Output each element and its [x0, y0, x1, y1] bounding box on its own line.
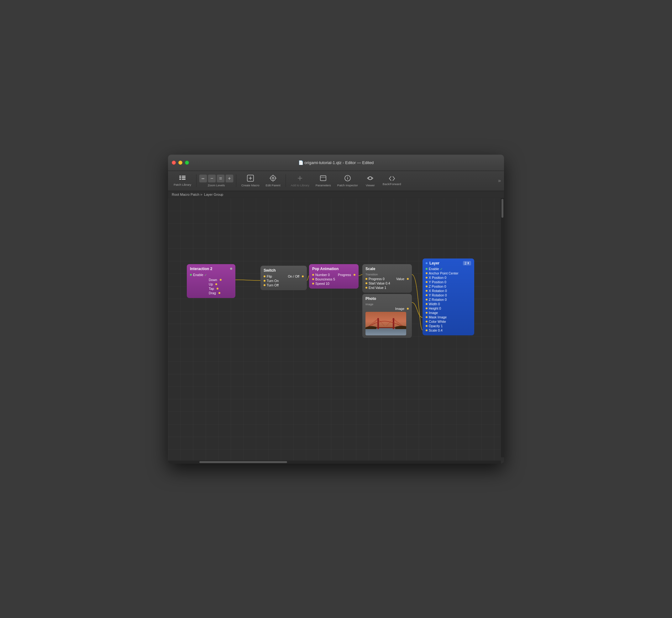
drag-port-dot: [219, 292, 220, 294]
switch-node[interactable]: Switch Flip On / Off Turn On Turn Off: [260, 266, 307, 290]
l-enable-dot: [426, 268, 427, 270]
layer-port-enable: Enable ✓: [426, 267, 471, 271]
svg-point-9: [270, 176, 275, 181]
photo-thumbnail: [366, 312, 406, 335]
patch-inspector-button[interactable]: Patch Inspector: [335, 174, 361, 188]
parameters-button[interactable]: Parameters: [313, 174, 333, 188]
scale-port-progress: Progress 0 Value: [366, 277, 409, 281]
zoom-minus-button[interactable]: −: [208, 175, 216, 183]
switch-port-flip: Flip On / Off: [264, 275, 304, 278]
l-anchor-dot: [426, 272, 427, 274]
back-forward-icon: [389, 176, 395, 181]
pop-animation-node[interactable]: Pop Animation Number 0 Progress Bouncine…: [309, 264, 359, 289]
onoff-dot: [302, 276, 304, 277]
pop-port-number: Number 0 Progress: [312, 273, 356, 277]
viewer-button[interactable]: Viewer: [362, 174, 379, 188]
interaction-port-drag: Drag: [209, 291, 222, 295]
interaction-node[interactable]: Interaction 2 Enable ✓ Down Up: [187, 264, 235, 298]
breadcrumb-root[interactable]: Root Macro Patch: [172, 193, 199, 196]
maximize-button[interactable]: [185, 161, 189, 165]
scale-transition-node[interactable]: Scale Transition Progress 0 Value Start …: [362, 264, 412, 293]
interaction-ports-right: Down Up Tap Drag: [190, 277, 232, 296]
patch-library-label: Patch Library: [174, 183, 191, 186]
tap-port-dot: [217, 288, 219, 290]
svg-rect-17: [320, 176, 326, 181]
scale-title: Scale: [366, 267, 409, 271]
zoom-equals-button[interactable]: =: [217, 175, 225, 183]
minimize-button[interactable]: [178, 161, 182, 165]
layer-port-width: Width 0: [426, 302, 471, 306]
l-image-dot: [426, 312, 427, 314]
layer-port-opacity: Opacity 1: [426, 324, 471, 328]
create-macro-label: Create Macro: [241, 184, 260, 187]
patch-inspector-icon: [344, 175, 351, 183]
horizontal-scrollbar-thumb[interactable]: [199, 461, 287, 463]
patch-library-icon: [179, 175, 186, 182]
layer-node[interactable]: Layer 2 ⬆ Enable ✓ Anchor Point Center X…: [422, 259, 474, 335]
switch-title: Switch: [264, 268, 304, 273]
breadcrumb-current: Layer Group: [204, 193, 223, 196]
photo-title: Photo: [366, 296, 409, 301]
pop-title: Pop Animation: [312, 267, 356, 271]
toolbar: Patch Library •• − = + Zoom Levels: [168, 171, 504, 191]
l-xpos-dot: [426, 277, 427, 279]
back-forward-button[interactable]: Back/Forward: [380, 175, 404, 187]
scale-subtitle: Transition: [366, 273, 409, 276]
layer-port-height: Height 0: [426, 306, 471, 310]
l-ypos-dot: [426, 281, 427, 283]
parameters-icon: [320, 175, 326, 183]
breadcrumb: Root Macro Patch ▶ Layer Group: [168, 191, 504, 198]
separator-1: [196, 175, 196, 187]
interaction-title: Interaction 2: [190, 267, 232, 271]
svg-point-21: [347, 177, 348, 177]
number-dot: [312, 274, 314, 276]
layer-number: 2 ⬆: [463, 261, 471, 266]
photo-node[interactable]: Photo Image Image: [362, 294, 412, 338]
back-forward-label: Back/Forward: [383, 182, 401, 186]
edit-parent-label: Edit Parent: [266, 184, 280, 187]
zoom-plus-button[interactable]: +: [225, 175, 234, 183]
separator-2: [236, 175, 236, 187]
layer-port-color: Color White: [426, 320, 471, 323]
layer-port-zrot: Z Rotation 0: [426, 298, 471, 301]
canvas[interactable]: Interaction 2 Enable ✓ Down Up: [168, 198, 504, 463]
create-macro-icon: [247, 175, 254, 183]
layer-port-xpos: X Position 0: [426, 276, 471, 280]
l-xrot-dot: [426, 290, 427, 292]
down-port-dot: [220, 279, 222, 281]
up-port-dot: [215, 283, 217, 285]
add-to-library-label: Add to Library: [291, 184, 309, 187]
layer-port-anchor: Anchor Point Center: [426, 271, 471, 275]
separator-3: [285, 175, 286, 187]
title-bar: 📄 origami-tutorial-1.qtz - Editor — Edit…: [168, 154, 504, 171]
l-width-dot: [426, 303, 427, 305]
traffic-lights: [172, 161, 189, 165]
l-height-dot: [426, 307, 427, 309]
start-dot: [366, 282, 367, 284]
edit-parent-button[interactable]: Edit Parent: [263, 174, 283, 188]
interaction-dot: [230, 268, 232, 270]
interaction-port-down: Down: [209, 278, 222, 282]
switch-port-turnoff: Turn Off: [264, 283, 304, 287]
horizontal-scrollbar[interactable]: [168, 460, 501, 463]
add-to-library-button[interactable]: Add to Library: [288, 174, 312, 188]
layer-port-xrot: X Rotation 0: [426, 289, 471, 293]
speed-dot: [312, 283, 314, 285]
l-scale-dot: [426, 329, 427, 331]
l-opacity-dot: [426, 325, 427, 327]
l-zpos-dot: [426, 286, 427, 287]
vertical-scrollbar-thumb[interactable]: [502, 199, 503, 218]
create-macro-button[interactable]: Create Macro: [239, 174, 262, 188]
overflow-button[interactable]: »: [498, 178, 501, 184]
interaction-port-up: Up: [209, 282, 222, 286]
add-to-library-icon: [296, 175, 303, 183]
l-color-dot: [426, 321, 427, 322]
zoom-dots-button[interactable]: ••: [199, 175, 207, 183]
vertical-scrollbar[interactable]: [501, 198, 504, 457]
svg-rect-3: [182, 176, 185, 177]
layer-port-maskimage: Mask Image: [426, 315, 471, 319]
photo-port-image: Image: [366, 307, 409, 311]
scale-value-dot: [407, 278, 409, 280]
close-button[interactable]: [172, 161, 176, 165]
patch-library-button[interactable]: Patch Library: [171, 174, 194, 188]
